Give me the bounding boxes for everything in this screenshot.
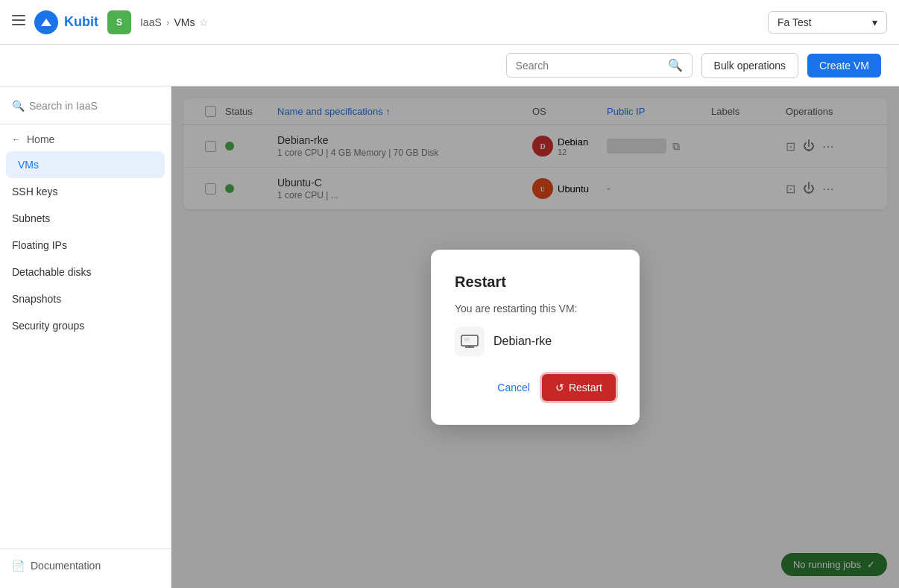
tenant-selector[interactable]: Fa Test ▾ [768,11,887,34]
back-arrow-icon: ← [12,134,21,145]
sidebar-item-detachable-disks-label: Detachable disks [12,266,92,278]
sidebar-home-label: Home [27,133,54,145]
search-icon: 🔍 [12,100,25,112]
tenant-label: Fa Test [777,16,812,28]
sidebar-item-detachable-disks[interactable]: Detachable disks [0,259,171,285]
logo-label: Kubit [64,14,98,30]
modal-overlay: Restart You are restarting this VM: Debi… [171,86,899,588]
modal-actions: Cancel ↺ Restart [455,374,616,401]
main-content: Status Name and specifications ↑ OS Publ… [171,86,899,588]
sidebar-item-ssh-keys[interactable]: SSH keys [0,178,171,205]
sidebar-item-subnets-label: Subnets [12,212,50,224]
search-icon: 🔍 [668,58,683,72]
doc-icon: 📄 [12,560,25,572]
sidebar-search[interactable]: 🔍 Search in IaaS [0,95,171,121]
logo-area: Kubit [34,10,98,34]
sidebar-item-security-groups[interactable]: Security groups [0,312,171,339]
kubit-logo-icon [34,10,58,34]
main-layout: 🔍 Search in IaaS ← Home VMs SSH keys Sub… [0,86,899,588]
sidebar-item-subnets[interactable]: Subnets [0,205,171,232]
restart-modal: Restart You are restarting this VM: Debi… [431,250,640,425]
sidebar-bottom-divider [0,549,171,549]
sidebar-item-snapshots-label: Snapshots [12,293,61,305]
sidebar-divider [0,124,171,124]
menu-icon[interactable] [12,13,25,31]
restart-label: Restart [569,382,602,393]
breadcrumb-vms[interactable]: VMs [174,16,195,28]
sidebar-item-security-groups-label: Security groups [12,320,84,332]
svg-rect-10 [464,338,470,341]
search-area[interactable]: 🔍 [506,53,693,78]
bulk-operations-button[interactable]: Bulk operations [701,53,799,78]
chevron-down-icon: ▾ [872,16,877,28]
modal-vm-info: Debian-rke [455,326,616,356]
breadcrumb-iaas[interactable]: IaaS [140,16,162,28]
breadcrumb: IaaS › VMs ☆ [140,16,209,28]
restart-icon: ↺ [555,382,564,393]
modal-title: Restart [455,274,616,291]
breadcrumb-sep: › [166,16,170,28]
cancel-button[interactable]: Cancel [494,376,533,399]
vm-modal-icon [455,326,485,356]
modal-description: You are restarting this VM: [455,303,616,314]
svg-rect-0 [12,15,25,16]
sidebar-item-vms-label: VMs [18,159,39,171]
create-vm-button[interactable]: Create VM [807,54,881,78]
sidebar-item-snapshots[interactable]: Snapshots [0,285,171,312]
sidebar-home[interactable]: ← Home [0,127,171,151]
sidebar-search-label: Search in IaaS [29,100,98,112]
sidebar-doc-label: Documentation [31,560,101,572]
search-input[interactable] [516,60,663,72]
modal-vm-name: Debian-rke [493,335,552,348]
sidebar-item-floating-ips[interactable]: Floating IPs [0,232,171,259]
restart-button[interactable]: ↺ Restart [542,374,616,401]
sidebar-item-vms[interactable]: VMs [6,151,165,178]
second-logo: S [107,10,131,34]
sidebar: 🔍 Search in IaaS ← Home VMs SSH keys Sub… [0,86,171,588]
favorite-star-icon[interactable]: ☆ [199,16,209,28]
action-bar: 🔍 Bulk operations Create VM [0,45,899,86]
top-navigation: Kubit S IaaS › VMs ☆ Fa Test ▾ [0,0,899,45]
sidebar-item-ssh-keys-label: SSH keys [12,186,57,197]
sidebar-documentation[interactable]: 📄 Documentation [0,552,171,579]
svg-rect-2 [12,24,25,25]
sidebar-item-floating-ips-label: Floating IPs [12,239,67,251]
svg-rect-1 [12,19,25,21]
